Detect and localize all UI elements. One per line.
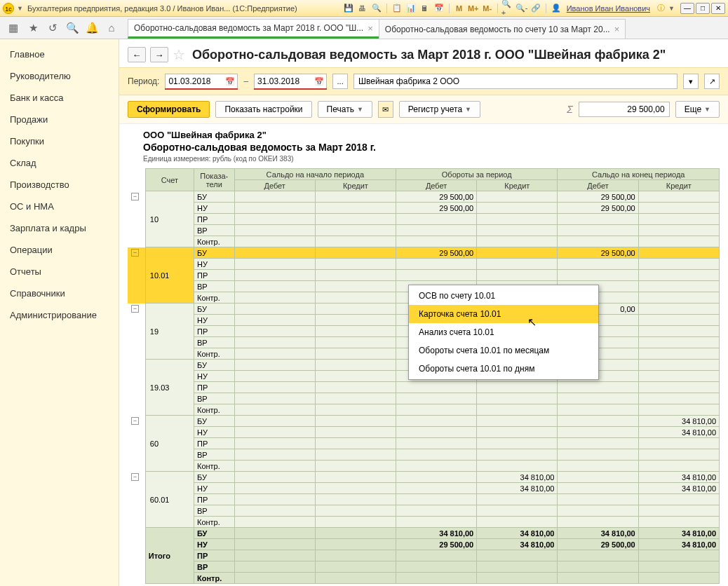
action-bar: Сформировать Показать настройки Печать▼ … bbox=[119, 95, 728, 124]
table-row[interactable]: ПР bbox=[128, 270, 720, 281]
home-icon[interactable]: ⌂ bbox=[102, 19, 121, 37]
sidebar-item-0[interactable]: Главное bbox=[0, 43, 119, 65]
zoom-out-icon[interactable]: 🔍- bbox=[515, 3, 528, 14]
more-button[interactable]: Еще▼ bbox=[675, 101, 720, 118]
user-name-label[interactable]: Иванов Иван Иванович bbox=[567, 4, 650, 13]
sidebar-item-9[interactable]: Операции bbox=[0, 239, 119, 261]
sidebar-item-10[interactable]: Отчеты bbox=[0, 261, 119, 282]
period-bar: Период: 📅 – 📅 ... ▾ ↗ bbox=[119, 67, 728, 95]
nav-back-button[interactable]: ← bbox=[128, 47, 146, 62]
table-row[interactable]: ПР bbox=[128, 438, 720, 449]
table-row[interactable]: Контр. bbox=[128, 236, 720, 247]
org-dropdown-button[interactable]: ▾ bbox=[683, 74, 699, 89]
table-row[interactable]: −10.01БУ29 500,0029 500,00 bbox=[128, 247, 720, 259]
help-dropdown-icon[interactable]: ▼ bbox=[668, 5, 675, 12]
tree-toggle[interactable]: − bbox=[131, 193, 139, 200]
context-menu[interactable]: ОСВ по счету 10.01Карточка счета 10.01Ан… bbox=[408, 285, 599, 380]
help-icon[interactable]: ⓘ bbox=[654, 3, 667, 14]
zoom-in-icon[interactable]: 🔍+ bbox=[501, 3, 514, 14]
date-to-field[interactable]: 📅 bbox=[254, 74, 327, 89]
compare-icon[interactable]: 📊 bbox=[405, 3, 417, 14]
favorite-icon[interactable]: ★ bbox=[24, 19, 42, 37]
sidebar-item-12[interactable]: Администрирование bbox=[0, 304, 119, 326]
table-row[interactable]: ПР bbox=[128, 214, 720, 225]
context-menu-item-0[interactable]: ОСВ по счету 10.01 bbox=[409, 287, 598, 305]
table-row[interactable]: НУ34 810,0034 810,00 bbox=[128, 483, 720, 494]
memory-m-icon[interactable]: M bbox=[453, 3, 466, 14]
toolbar: ▦ ★ ↺ 🔍 🔔 ⌂ Оборотно-сальдовая ведомость… bbox=[0, 17, 728, 39]
organization-input[interactable] bbox=[353, 74, 678, 89]
maximize-button[interactable]: □ bbox=[696, 3, 710, 14]
tree-toggle[interactable]: − bbox=[131, 417, 139, 425]
email-button[interactable]: ✉ bbox=[378, 101, 393, 118]
sum-display[interactable] bbox=[579, 102, 670, 117]
nav-forward-button[interactable]: → bbox=[150, 47, 168, 62]
date-from-field[interactable]: 📅 bbox=[165, 74, 238, 89]
period-select-button[interactable]: ... bbox=[332, 74, 348, 89]
table-row[interactable]: ВР bbox=[128, 225, 720, 236]
tab-close-icon[interactable]: × bbox=[614, 24, 620, 34]
sidebar-item-5[interactable]: Склад bbox=[0, 152, 119, 174]
user-icon: 👤 bbox=[550, 3, 562, 14]
link-icon[interactable]: 🔗 bbox=[530, 3, 542, 14]
table-row[interactable]: −60.01БУ34 810,0034 810,00 bbox=[128, 472, 720, 483]
table-row[interactable]: ВР bbox=[128, 449, 720, 461]
memory-mminus-icon[interactable]: M- bbox=[481, 3, 494, 14]
notifications-icon[interactable]: 🔔 bbox=[83, 19, 101, 37]
tree-toggle[interactable]: − bbox=[131, 305, 139, 313]
org-open-button[interactable]: ↗ bbox=[704, 74, 720, 89]
context-menu-item-3[interactable]: Обороты счета 10.01 по месяцам bbox=[409, 341, 598, 360]
close-button[interactable]: ✕ bbox=[711, 3, 725, 14]
context-menu-item-1[interactable]: Карточка счета 10.01 bbox=[409, 305, 598, 323]
calendar-to-icon[interactable]: 📅 bbox=[313, 75, 325, 88]
apps-icon[interactable]: ▦ bbox=[4, 19, 22, 37]
search-icon[interactable]: 🔍 bbox=[63, 19, 81, 37]
save-icon[interactable]: 💾 bbox=[342, 3, 355, 14]
copy-icon[interactable]: 📋 bbox=[391, 3, 403, 14]
sidebar-item-6[interactable]: Производство bbox=[0, 174, 119, 196]
calendar-icon[interactable]: 📅 bbox=[433, 3, 445, 14]
memory-mplus-icon[interactable]: M+ bbox=[467, 3, 480, 14]
table-row[interactable]: ПР bbox=[128, 382, 720, 393]
print-button[interactable]: Печать▼ bbox=[318, 101, 372, 118]
context-menu-item-2[interactable]: Анализ счета 10.01 bbox=[409, 323, 598, 341]
tree-toggle[interactable]: − bbox=[131, 473, 139, 481]
table-row[interactable]: ПР bbox=[128, 494, 720, 505]
table-row[interactable]: НУ34 810,00 bbox=[128, 427, 720, 438]
print-icon[interactable]: 🖶 bbox=[356, 3, 369, 14]
tab-close-icon[interactable]: × bbox=[368, 23, 373, 34]
context-menu-item-4[interactable]: Обороты счета 10.01 по дням bbox=[409, 360, 598, 378]
table-row[interactable]: Контр. bbox=[128, 404, 720, 416]
table-row[interactable]: НУ29 500,0029 500,00 bbox=[128, 203, 720, 214]
minimize-button[interactable]: — bbox=[680, 3, 694, 14]
favorite-star-icon[interactable]: ☆ bbox=[173, 46, 185, 63]
table-row[interactable]: −60БУ34 810,00 bbox=[128, 416, 720, 427]
tab-1[interactable]: Оборотно-сальдовая ведомость по счету 10… bbox=[379, 19, 626, 39]
register-button[interactable]: Регистр учета▼ bbox=[399, 101, 480, 118]
sidebar-item-4[interactable]: Покупки bbox=[0, 130, 119, 152]
tree-toggle[interactable]: − bbox=[131, 249, 139, 257]
preview-icon[interactable]: 🔍 bbox=[370, 3, 383, 14]
history-icon[interactable]: ↺ bbox=[43, 19, 62, 37]
table-row[interactable]: ВР bbox=[128, 505, 720, 517]
calendar-from-icon[interactable]: 📅 bbox=[224, 75, 236, 88]
show-settings-button[interactable]: Показать настройки bbox=[215, 101, 311, 118]
table-row[interactable]: НУ bbox=[128, 259, 720, 270]
form-button[interactable]: Сформировать bbox=[128, 101, 210, 118]
table-row[interactable]: −10БУ29 500,0029 500,00 bbox=[128, 191, 720, 203]
table-row[interactable]: Контр. bbox=[128, 461, 720, 472]
sidebar-item-3[interactable]: Продажи bbox=[0, 109, 119, 130]
sidebar-item-8[interactable]: Зарплата и кадры bbox=[0, 217, 119, 239]
calc-icon[interactable]: 🖩 bbox=[419, 3, 431, 14]
sidebar-item-7[interactable]: ОС и НМА bbox=[0, 196, 119, 217]
sidebar-item-1[interactable]: Руководителю bbox=[0, 65, 119, 87]
total-row: ПР bbox=[128, 550, 720, 561]
app-logo-icon: 1c bbox=[3, 3, 14, 14]
table-row[interactable]: ВР bbox=[128, 393, 720, 404]
sidebar-item-2[interactable]: Банк и касса bbox=[0, 87, 119, 109]
table-row[interactable]: Контр. bbox=[128, 517, 720, 528]
tab-0[interactable]: Оборотно-сальдовая ведомость за Март 201… bbox=[128, 19, 379, 39]
app-menu-dropdown-icon[interactable]: ▼ bbox=[17, 5, 23, 12]
total-row: НУ29 500,0034 810,0029 500,0034 810,00 bbox=[128, 539, 720, 550]
sidebar-item-11[interactable]: Справочники bbox=[0, 282, 119, 304]
